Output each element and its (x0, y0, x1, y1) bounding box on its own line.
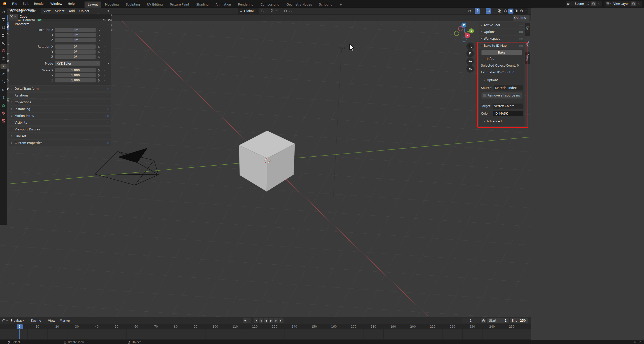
panel-grip[interactable]: ∷∷ (519, 44, 523, 47)
lock-open-icon[interactable] (96, 55, 102, 58)
panel-grip[interactable]: ∷∷ (105, 94, 109, 97)
workspace-tab-animation[interactable]: Animation (212, 2, 234, 8)
properties-tab-render[interactable] (1, 17, 7, 22)
timeline-ruler[interactable]: 1020304050607080901001101201301401501601… (0, 324, 531, 329)
animate-dot-icon[interactable] (102, 29, 107, 31)
workspace-tab-shading[interactable]: Shading (193, 2, 212, 8)
panel-header-delta-transform[interactable]: Delta Transform∷∷ (9, 86, 111, 91)
workspace-tab-+[interactable]: + (336, 2, 345, 8)
scene-name[interactable]: Scene (573, 2, 586, 6)
workspace-tab-layout[interactable]: Layout (85, 2, 101, 8)
close-icon[interactable] (636, 2, 641, 6)
panel-header-motion-paths[interactable]: Motion Paths∷∷ (9, 113, 111, 119)
target-dropdown[interactable]: Vertex Colors (493, 104, 523, 109)
workspace-tab-texture-paint[interactable]: Texture Paint (167, 2, 192, 8)
shading-wireframe[interactable] (503, 9, 508, 14)
nav-pan-button[interactable] (466, 50, 474, 57)
copy-icon[interactable] (591, 2, 596, 6)
properties-tab-view-layer[interactable] (1, 32, 7, 38)
topbar-menu-window[interactable]: Window (48, 0, 65, 7)
viewlayer-name[interactable]: ViewLayer (611, 2, 631, 6)
cube-object[interactable] (239, 131, 295, 191)
panel-grip[interactable]: ∷∷ (105, 121, 109, 124)
value-field[interactable]: 0 m (55, 33, 96, 37)
panel-header-active-tool[interactable]: Active Tool∷∷ (479, 22, 525, 28)
shading-solid[interactable] (508, 9, 513, 14)
timeline-track[interactable] (0, 329, 531, 339)
workspace-tab-rendering[interactable]: Rendering (235, 2, 257, 8)
animate-dot-icon[interactable] (102, 56, 107, 58)
copy-icon[interactable] (631, 2, 636, 6)
panel-header-custom-properties[interactable]: Custom Properties∷∷ (9, 140, 111, 146)
value-field[interactable]: 0° (55, 55, 96, 59)
properties-tab-material[interactable] (1, 110, 7, 116)
sidebar-tab-tool[interactable]: Tool (525, 37, 530, 50)
lock-open-icon[interactable] (96, 28, 102, 31)
value-field[interactable]: 1.000 (55, 68, 96, 72)
workspace-tab-modeling[interactable]: Modeling (102, 2, 122, 8)
animate-dot-icon[interactable] (102, 51, 107, 53)
panel-grip[interactable]: ∷∷ (105, 101, 109, 104)
bake-button[interactable]: Bake (481, 50, 522, 55)
properties-tab-world[interactable] (1, 48, 7, 54)
panel-grip[interactable]: ∷∷ (519, 24, 523, 27)
value-field[interactable]: 0° (55, 50, 96, 54)
topbar-menu-file[interactable]: File (9, 0, 20, 7)
nav-toggle-ortho-button[interactable] (466, 65, 474, 73)
panel-header-relations[interactable]: Relations∷∷ (9, 93, 111, 98)
snap-with-dropdown[interactable] (274, 8, 281, 14)
panel-grip[interactable]: ∷∷ (105, 135, 109, 138)
snap-magnet-toggle[interactable] (269, 8, 274, 14)
panel-grip[interactable]: ∷∷ (105, 87, 109, 90)
properties-tab-texture[interactable] (1, 118, 7, 124)
sidebar-tab-item[interactable]: Item (525, 23, 530, 36)
pin-icon[interactable] (107, 9, 110, 12)
panel-grip[interactable]: ∷∷ (105, 128, 109, 131)
transport-play-button[interactable] (269, 318, 273, 323)
subpanel-advanced[interactable]: Advanced (483, 120, 502, 123)
gizmo-dropdown[interactable] (480, 8, 485, 14)
remove-source-checkbox-row[interactable]: Remove all source mate... (481, 92, 522, 99)
auto-key-record-button[interactable] (243, 318, 248, 323)
lock-open-icon[interactable] (96, 38, 102, 41)
properties-tab-collection[interactable] (1, 56, 7, 61)
animate-dot-icon[interactable] (102, 74, 107, 77)
nav-camera-view-button[interactable] (466, 58, 474, 65)
frame-start-field[interactable]: Start1 (487, 318, 509, 323)
frame-end-field[interactable]: End250 (510, 318, 528, 323)
mode-dropdown[interactable]: XYZ Euler (55, 61, 100, 66)
checkbox-unchecked[interactable] (483, 94, 486, 97)
lock-open-icon[interactable] (96, 69, 102, 72)
visibility-dropdown[interactable] (467, 8, 474, 14)
properties-tab-scene[interactable] (1, 40, 7, 46)
tool-options-button[interactable]: Options (513, 15, 530, 21)
playhead[interactable]: 1 (17, 324, 23, 329)
value-field[interactable]: 0° (55, 44, 96, 49)
value-field[interactable]: 0 m (55, 28, 96, 32)
lock-open-icon[interactable] (96, 33, 102, 36)
properties-tab-object[interactable] (1, 64, 7, 69)
xray-toggle[interactable] (497, 8, 502, 14)
show-overlays-toggle[interactable] (486, 8, 491, 14)
source-dropdown[interactable]: Material Index (494, 85, 523, 90)
panel-header-instancing[interactable]: Instancing∷∷ (9, 106, 111, 112)
panel-grip[interactable]: ∷∷ (105, 142, 109, 144)
properties-tab-modifiers[interactable] (1, 71, 7, 77)
panel-header-workspace[interactable]: Workspace∷∷ (479, 36, 525, 42)
pivot-point-dropdown[interactable] (260, 8, 267, 14)
value-field[interactable]: 0 m (55, 38, 96, 42)
lock-open-icon[interactable] (96, 74, 102, 77)
timeline-editor-type[interactable] (2, 318, 9, 323)
lock-open-icon[interactable] (96, 50, 102, 53)
timeline-menu-view[interactable]: View (46, 319, 57, 322)
lock-open-icon[interactable] (96, 79, 102, 82)
orientation-dropdown[interactable]: Global (238, 8, 259, 14)
overlays-dropdown[interactable] (491, 8, 496, 14)
panel-header-bake-to-id-map[interactable]: Bake to ID Map ∷∷ (479, 43, 525, 49)
animate-dot-icon[interactable] (102, 45, 107, 48)
scene-selector[interactable]: Scene (566, 1, 602, 7)
navigation-gizmo[interactable]: Z Y X (454, 23, 474, 42)
blender-logo-icon[interactable] (0, 2, 9, 6)
animate-dot-icon[interactable] (102, 69, 107, 72)
topbar-menu-help[interactable]: Help (65, 0, 77, 7)
